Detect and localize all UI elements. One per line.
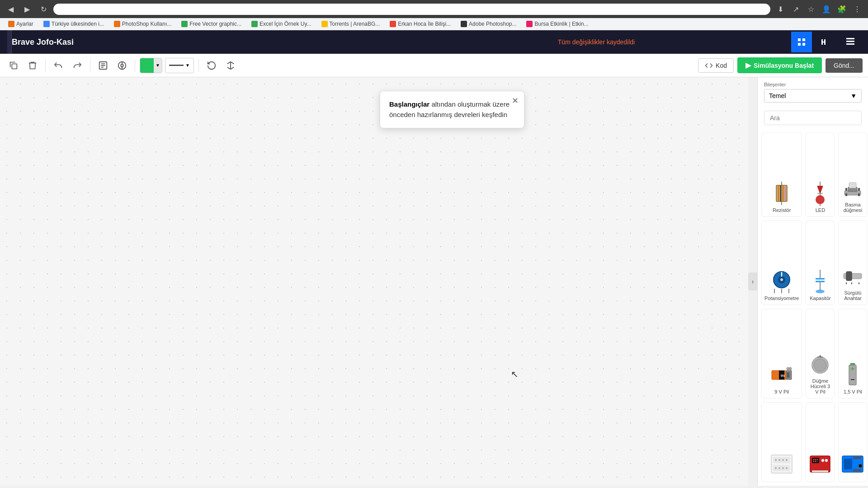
- save-status: Tüm değişiklikler kaydedildi: [558, 38, 635, 46]
- address-bar[interactable]: tinkercad.com/things/aLUbJ0DPv0v-brave-j…: [53, 4, 770, 15]
- components-dropdown[interactable]: Temel ▼: [764, 89, 862, 103]
- bookmark-adobe[interactable]: Adobe Photoshop...: [457, 20, 520, 28]
- bookmark-bursa[interactable]: Bursa Etkinlik | Etkin...: [523, 20, 592, 28]
- bookmark-label: Ayarlar: [16, 21, 33, 27]
- rotate-button[interactable]: [203, 57, 220, 74]
- forward-button[interactable]: ▶: [21, 3, 33, 15]
- notes-button[interactable]: [95, 57, 111, 74]
- gond-button[interactable]: Gönd...: [826, 58, 863, 73]
- simulate-button[interactable]: ▶ Simülasyonu Başlat: [737, 57, 822, 73]
- component-microbit[interactable]: [806, 402, 835, 482]
- svg-text:9V: 9V: [781, 374, 785, 378]
- microbit-icon: [809, 453, 831, 475]
- color-picker-button[interactable]: ▼: [140, 58, 162, 73]
- code-button[interactable]: Kod: [698, 58, 734, 73]
- menu-icon[interactable]: ⋮: [851, 3, 863, 15]
- component-batterybutton[interactable]: Düğme Hücreli 3 V Pil: [806, 309, 835, 399]
- header-center: Tüm değişiklikler kaydedildi: [401, 38, 791, 46]
- svg-rect-7: [846, 38, 854, 39]
- tooltip-close-button[interactable]: ✕: [512, 96, 519, 106]
- svg-rect-99: [853, 469, 861, 471]
- component-capacitor[interactable]: Kapasitör: [806, 221, 835, 305]
- profile-icon[interactable]: 👤: [820, 3, 833, 15]
- redo-button[interactable]: [69, 57, 85, 74]
- svg-rect-8: [846, 41, 854, 42]
- line-style-button[interactable]: ▼: [165, 58, 194, 73]
- component-button[interactable]: [114, 57, 130, 74]
- component-arduino[interactable]: [838, 402, 867, 482]
- extensions-icon[interactable]: 🧩: [835, 3, 848, 15]
- tooltip-text: Başlangıçlar altından oluşturmak üzere ö…: [389, 99, 515, 120]
- notes-icon: [98, 61, 108, 70]
- svg-rect-2: [798, 43, 801, 46]
- table-view-button[interactable]: [840, 32, 861, 52]
- bookmark-ayarlar[interactable]: Ayarlar: [5, 20, 37, 28]
- circuits-icon: [796, 37, 807, 47]
- bookmark-favicon: [461, 21, 467, 27]
- url-input[interactable]: tinkercad.com/things/aLUbJ0DPv0v-brave-j…: [60, 6, 764, 13]
- svg-point-81: [775, 467, 777, 469]
- svg-rect-3: [802, 43, 805, 46]
- delete-button[interactable]: [24, 57, 41, 74]
- component-resistor[interactable]: Rezistör: [761, 132, 802, 217]
- svg-point-89: [817, 459, 818, 460]
- svg-rect-0: [798, 38, 801, 41]
- schematic-view-button[interactable]: [816, 32, 836, 52]
- separator-4: [198, 59, 199, 72]
- copy-button[interactable]: [5, 57, 22, 74]
- component-battery15v[interactable]: 1,5 V Pil: [838, 309, 867, 399]
- svg-point-43: [780, 278, 783, 281]
- component-pushbutton[interactable]: Basma düğmesi: [838, 132, 867, 217]
- copy-icon: [9, 61, 19, 70]
- bookmark-label: Bursa Etkinlik | Etkin...: [534, 21, 588, 27]
- tooltip-bold-text: Başlangıçlar: [389, 100, 429, 108]
- bookmark-freevector[interactable]: Free Vector graphic...: [178, 20, 245, 28]
- bookmark-favicon: [114, 21, 120, 27]
- sidebar-toggle-button[interactable]: ›: [748, 272, 757, 291]
- components-label: Bileşenler: [764, 82, 862, 87]
- bookmark-favicon: [390, 21, 396, 27]
- bookmark-photoshop[interactable]: PhotoShop Kullanı...: [110, 20, 175, 28]
- app-title: Brave Jofo-Kasi: [12, 38, 401, 47]
- bookmark-turkiye[interactable]: Türkiye ülkesinden i...: [40, 20, 108, 28]
- flip-button[interactable]: [222, 57, 239, 74]
- bookmark-torrents[interactable]: Torrents | ArenaBG...: [318, 20, 384, 28]
- svg-rect-39: [858, 188, 860, 191]
- potentiometer-icon: [770, 270, 793, 293]
- refresh-button[interactable]: ↻: [37, 3, 50, 15]
- undo-button[interactable]: [50, 57, 66, 74]
- bookmark-label: Türkiye ülkesinden i...: [52, 21, 104, 27]
- separator-3: [135, 59, 135, 72]
- search-input[interactable]: [764, 111, 862, 125]
- bookmark-erkan[interactable]: Erkan Hoca İle Bilişi...: [386, 20, 454, 28]
- svg-point-79: [782, 459, 784, 461]
- svg-rect-98: [853, 457, 861, 459]
- canvas-area[interactable]: ✕ Başlangıçlar altından oluşturmak üzere…: [0, 77, 748, 486]
- bookmark-label: Erkan Hoca İle Bilişi...: [398, 21, 451, 27]
- flip-icon: [226, 61, 236, 70]
- bookmark-icon[interactable]: ☆: [805, 3, 817, 15]
- bookmark-label: Excel İçin Örnek Uy...: [259, 21, 311, 27]
- component-led[interactable]: LED: [806, 132, 835, 217]
- svg-point-93: [821, 459, 824, 462]
- line-dropdown-arrow[interactable]: ▼: [185, 63, 190, 68]
- back-button[interactable]: ◀: [5, 3, 17, 15]
- color-dropdown-arrow[interactable]: ▼: [154, 58, 162, 73]
- component-breadboard[interactable]: [761, 402, 802, 482]
- circuits-view-button[interactable]: [791, 32, 812, 52]
- bookmark-excel[interactable]: Excel İçin Örnek Uy...: [248, 20, 315, 28]
- tooltip-popup: ✕ Başlangıçlar altından oluşturmak üzere…: [380, 91, 524, 128]
- svg-point-66: [814, 359, 826, 371]
- svg-rect-36: [845, 193, 847, 196]
- component-battery9v[interactable]: 9V 9 V Pil: [761, 309, 802, 399]
- svg-point-90: [813, 461, 815, 462]
- bookmark-favicon: [181, 21, 188, 27]
- component-potentiometer[interactable]: Potansiyometre: [761, 221, 802, 305]
- download-icon[interactable]: ⬇: [774, 3, 787, 15]
- share-icon[interactable]: ↗: [789, 3, 802, 15]
- component-slider[interactable]: Sürgülü Anahtar: [838, 221, 867, 305]
- browser-nav: ◀ ▶ ↻ tinkercad.com/things/aLUbJ0DPv0v-b…: [0, 0, 868, 18]
- table-icon: [845, 37, 856, 47]
- chevron-right-icon: ›: [752, 278, 754, 285]
- svg-rect-9: [846, 43, 854, 45]
